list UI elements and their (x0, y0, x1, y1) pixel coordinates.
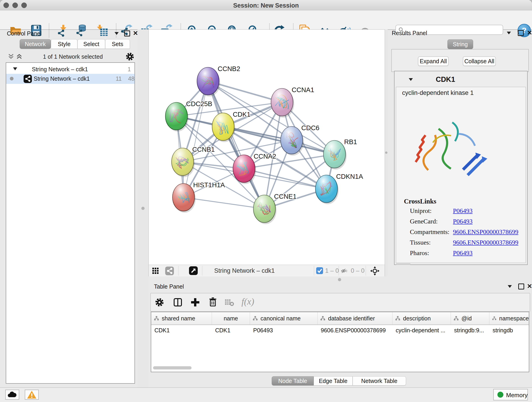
svg-text:CCNB2: CCNB2 (218, 65, 240, 72)
open-in-window-icon[interactable] (189, 266, 198, 275)
status-separator (339, 266, 339, 275)
tab-style[interactable]: Style (51, 39, 77, 49)
gene-description: cyclin-dependent kinase 1 (402, 89, 474, 96)
right-splitter[interactable] (385, 29, 388, 282)
warning-icon (25, 390, 38, 399)
crosslink-value[interactable]: P06493 (453, 249, 473, 257)
results-panel-menu-icon[interactable] (507, 32, 511, 34)
status-separator (202, 266, 202, 275)
table-horizontal-scrollbar[interactable] (153, 366, 191, 370)
network-status-dot (10, 77, 13, 80)
tab-string[interactable]: String (447, 39, 473, 49)
status-separator (366, 266, 366, 275)
table-panel-float-icon[interactable] (518, 283, 524, 289)
results-panel-float-icon[interactable] (518, 30, 524, 36)
protein-structure-image (405, 101, 492, 188)
tab-edge-table[interactable]: Edge Table (314, 376, 353, 385)
expand-all-button[interactable]: Expand All (418, 56, 449, 66)
gene-collapse-icon[interactable] (409, 78, 413, 81)
cloud-button[interactable] (5, 390, 19, 400)
selected-checkbox-icon[interactable] (316, 267, 323, 274)
network-birdseye-icon[interactable] (165, 267, 174, 275)
results-panel-title: Results Panel (392, 30, 427, 36)
warning-button[interactable] (25, 390, 39, 400)
network-tree: String Network – cdk1 1 String Network –… (6, 62, 135, 384)
control-panel-float-icon[interactable] (124, 31, 130, 36)
left-splitter[interactable] (138, 29, 148, 387)
edge-count: 48 (128, 75, 134, 82)
column-header[interactable]: shared name (151, 312, 212, 325)
node-count: 11 (116, 75, 122, 82)
cell-namespace[interactable]: stringdb (489, 325, 529, 336)
column-header[interactable]: canonical name (250, 312, 317, 325)
table-toolbar: f(x) (150, 293, 530, 312)
splitter-handle[interactable] (338, 278, 341, 281)
tab-node-table[interactable]: Node Table (272, 376, 314, 385)
show-columns-icon[interactable] (173, 297, 183, 307)
table-panel: Table Panel ✕ f(x) shared name name cano… (148, 282, 532, 387)
memory-button[interactable]: Memory (493, 389, 528, 400)
pan-crosshair-icon[interactable] (370, 266, 380, 276)
application-window: Session: New Session (0, 0, 532, 402)
table-panel-close-icon[interactable]: ✕ (527, 283, 532, 289)
splitter-handle[interactable] (385, 152, 387, 154)
add-column-icon[interactable] (190, 297, 200, 307)
network-view[interactable]: CCNB2CCNA1CDC25BCDK1CDC6RB1CCNB1CCNA2CDK… (148, 29, 385, 276)
tab-network-table[interactable]: Network Table (353, 376, 406, 385)
hierarchy-icon (454, 316, 459, 321)
crosslink-value[interactable]: P06493 (453, 218, 473, 225)
tab-network[interactable]: Network (20, 39, 51, 49)
column-header[interactable]: description (393, 312, 451, 325)
crosslink-label: Pharos: (410, 249, 429, 257)
network-row-selected[interactable]: String Network – cdk1 11 48 (6, 74, 134, 84)
cell-description[interactable]: cyclin-dependent ... (393, 325, 451, 336)
table-settings-gear-icon[interactable] (155, 298, 164, 307)
cell-shared-name[interactable]: CDK1 (151, 325, 212, 336)
collection-count: 1 (128, 66, 131, 73)
svg-text:CCNE1: CCNE1 (274, 193, 297, 200)
column-header[interactable]: namespace (489, 312, 529, 325)
delete-table-icon (225, 298, 234, 307)
cell-id[interactable]: stringdb:9... (451, 325, 489, 336)
svg-text:HIST1H1A: HIST1H1A (193, 181, 225, 189)
svg-text:CDC25B: CDC25B (186, 100, 212, 108)
control-panel-menu-icon[interactable] (114, 32, 119, 35)
tab-sets[interactable]: Sets (105, 39, 130, 49)
selected-counts: 1 – 0 (325, 265, 339, 276)
network-collection-label: String Network – cdk1 (32, 66, 88, 73)
results-panel-close-icon[interactable]: ✕ (527, 30, 532, 36)
delete-column-icon[interactable] (208, 297, 218, 307)
tab-select[interactable]: Select (77, 39, 105, 49)
table-row[interactable]: CDK1 CDK1 P06493 9606.ENSP00000378699 cy… (151, 325, 529, 336)
crosslink-value[interactable]: P06493 (453, 207, 473, 215)
table-panel-menu-icon[interactable] (508, 285, 512, 288)
svg-text:CCNB1: CCNB1 (192, 146, 215, 153)
tree-expand-icon[interactable] (13, 67, 17, 70)
current-network-name: String Network – cdk1 (214, 265, 275, 276)
collapse-all-icon[interactable] (8, 53, 14, 60)
collapse-all-button[interactable]: Collapse All (463, 56, 496, 66)
crosslink-label: GeneCard: (410, 218, 438, 225)
column-header[interactable]: name (212, 312, 250, 325)
network-collection-row[interactable]: String Network – cdk1 1 (6, 65, 134, 74)
gear-icon[interactable] (126, 52, 134, 61)
crosslink-label: Uniprot: (410, 207, 432, 215)
results-content: CDK1 cyclin-dependent kinase 1 CrossLink… (394, 71, 528, 265)
cell-canonical-name[interactable]: P06493 (250, 325, 317, 336)
cell-database-identifier[interactable]: 9606.ENSP00000378699 (317, 325, 393, 336)
expand-all-icon[interactable] (16, 53, 22, 60)
grid-view-icon[interactable] (152, 267, 159, 274)
column-header[interactable]: @id (451, 312, 489, 325)
cell-name[interactable]: CDK1 (212, 325, 250, 336)
results-scrollbar[interactable] (396, 263, 411, 265)
hidden-eye-icon (341, 267, 348, 275)
column-header[interactable]: database identifier (317, 312, 393, 325)
hierarchy-icon (492, 316, 496, 321)
network-label: String Network – cdk1 (34, 75, 90, 82)
crosslink-value[interactable]: 9606.ENSP00000378699 (453, 228, 518, 236)
control-panel: Control Panel ✕ Network Style Select Set… (2, 30, 137, 386)
splitter-handle[interactable] (141, 207, 145, 210)
network-canvas[interactable]: CCNB2CCNA1CDC25BCDK1CDC6RB1CCNB1CCNA2CDK… (149, 30, 385, 265)
hierarchy-icon (253, 316, 258, 321)
crosslink-value[interactable]: 9606.ENSP00000378699 (453, 239, 518, 246)
